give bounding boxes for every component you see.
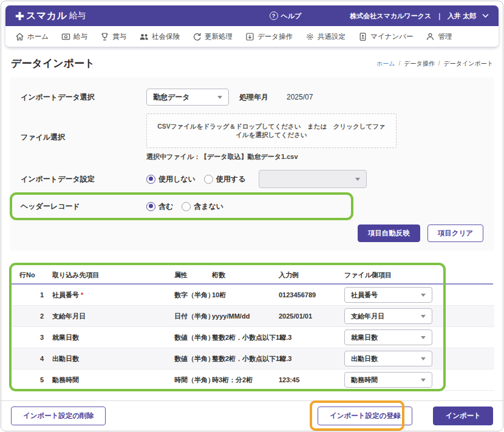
table-row: 4 出勤日数 数値（半角） 整数2桁．小数点以下1桁 12.3 出勤日数 [10,348,494,370]
help-button[interactable]: ? ヘルプ [270,12,302,21]
logo-text-sub: 給与 [69,10,86,21]
row-no: 4 [19,355,44,362]
row-attribute: 数値（半角） [174,333,212,342]
row-target-field: 支給年月日 [44,312,174,321]
nav-item-social-insurance[interactable]: 社会保険 [139,32,180,41]
user-menu[interactable]: 入井 太郎 [448,12,489,21]
breadcrumb-data-operation: データ操作 [404,59,434,68]
people-icon [139,32,149,41]
top-chrome: スマカル 給与 ? ヘルプ 株式会社スマカルワークス ｜ 入井 太郎 ホーム [5,5,499,47]
nav-item-admin[interactable]: 管理 [426,32,452,41]
nav-label: 管理 [438,32,452,41]
main-nav: ホーム 給与 賞与 社会保険 更新処理 データ操作 [5,26,499,47]
import-setting-row: インポートデータ設定 使用しない 使用する [21,169,483,189]
row-file-field-cell: 出勤日数 [344,351,432,366]
table-row: 2 支給年月日 日付（半角） yyyy/MM/dd 2025/01/01 支給年… [10,306,494,327]
person-icon [426,32,435,41]
row-no: 2 [19,312,44,320]
select-caret-icon [421,357,426,360]
row-target-field: 社員番号* [44,291,174,300]
help-icon: ? [270,12,278,20]
nav-item-mynumber[interactable]: マイナンバー [358,32,413,41]
file-field-select[interactable]: 社員番号 [344,287,432,303]
id-card-icon [358,32,367,41]
row-no: 3 [19,334,44,341]
import-form-panel: インポートデータ選択 勤怠データ 処理年月 2025/07 ファイル選択 CSV… [10,78,494,251]
nav-item-payroll[interactable]: 給与 [61,32,87,41]
field-name: 出勤日数 [52,355,79,362]
col-header-digits: 桁数 [212,271,279,280]
select-caret-icon [421,379,426,382]
header-record-row: ヘッダーレコード 含む 含まない [21,197,483,216]
row-file-field-cell: 支給年月日 [344,308,432,324]
app-window: スマカル 給与 ? ヘルプ 株式会社スマカルワークス ｜ 入井 太郎 ホーム [1,1,503,431]
chevron-down-icon [482,13,489,18]
col-header-row-no: 行No [19,271,44,280]
radio-label[interactable]: 含む [158,201,173,212]
row-example: 12.3 [279,334,344,341]
header-record-label: ヘッダーレコード [21,201,146,212]
file-field-select[interactable]: 支給年月日 [344,308,432,324]
row-example: 123:45 [279,376,344,383]
nav-item-update[interactable]: 更新処理 [192,32,233,41]
company-name: 株式会社スマカルワークス [350,12,431,21]
radio-unselected-icon[interactable] [204,175,213,184]
select-caret-icon [421,315,426,318]
breadcrumb-home-link[interactable]: ホーム [376,59,395,68]
col-header-target-field: 取り込み先項目 [44,271,174,280]
file-field-select[interactable]: 勤務時間 [344,372,432,388]
radio-option-include[interactable]: 含む [146,201,173,212]
footer-bar: インポート設定の削除 インポート設定の登録 インポート [1,400,503,431]
auto-reflect-button[interactable]: 項目自動反映 [358,224,420,242]
row-digits: 10桁 [212,291,279,300]
radio-option-exclude[interactable]: 含まない [182,201,223,212]
file-field-select[interactable]: 出勤日数 [344,351,432,366]
radio-label[interactable]: 使用する [216,174,246,184]
row-file-field-cell: 社員番号 [344,287,432,303]
row-file-field-cell: 勤務時間 [344,372,432,388]
row-target-field: 出勤日数 [44,354,174,363]
breadcrumb-separator: / [438,60,440,67]
row-attribute: 時間（半角） [174,376,212,385]
select-caret-icon [217,96,222,99]
file-select-row: ファイル選択 CSVファイルをドラッグ＆ドロップしてください または クリックし… [21,113,483,161]
import-data-select-value: 勤怠データ [153,92,190,103]
import-data-select-row: インポートデータ選択 勤怠データ 処理年月 2025/07 [21,87,483,107]
select-caret-icon [421,336,426,339]
clear-items-button[interactable]: 項目クリア [427,224,483,242]
register-import-setting-button[interactable]: インポート設定の登録 [318,407,412,425]
table-header-row: 行No 取り込み先項目 属性 桁数 入力例 ファイル側項目 [10,266,494,283]
field-name: 社員番号 [52,291,79,299]
import-data-select[interactable]: 勤怠データ [146,89,229,106]
radio-option-not-use[interactable]: 使用しない [146,174,196,184]
radio-selected-icon[interactable] [146,202,155,211]
nav-item-common-settings[interactable]: 共通設定 [305,32,346,41]
nav-item-bonus[interactable]: 賞与 [100,32,126,41]
csv-dropzone[interactable]: CSVファイルをドラッグ＆ドロップしてください または クリックしてファイルを選… [146,113,397,148]
file-field-select-value: 社員番号 [351,291,378,300]
radio-label[interactable]: 含まない [194,201,223,212]
row-target-field: 勤務時間 [44,376,174,385]
radio-selected-icon[interactable] [146,175,155,184]
row-example: 2025/01/01 [279,312,344,320]
breadcrumb-current-page: データインポート [444,59,493,68]
col-header-attribute: 属性 [174,271,212,280]
required-mark: * [81,291,83,299]
file-field-select[interactable]: 就業日数 [344,329,432,345]
delete-import-setting-button[interactable]: インポート設定の削除 [11,407,106,425]
nav-item-home[interactable]: ホーム [15,32,49,41]
row-attribute: 数値（半角） [174,354,212,363]
nav-item-data-operation[interactable]: データ操作 [245,32,293,41]
plus-logo-icon [15,12,24,21]
import-button[interactable]: インポート [433,407,493,425]
radio-option-use[interactable]: 使用する [204,174,246,184]
radio-label[interactable]: 使用しない [158,174,196,184]
table-row: 3 就業日数 数値（半角） 整数2桁．小数点以下1桁 12.3 就業日数 [10,327,494,348]
col-header-example: 入力例 [279,271,344,280]
app-logo: スマカル 給与 [15,10,86,22]
row-digits: yyyy/MM/dd [212,312,279,320]
nav-label: データ操作 [257,32,293,41]
user-name: 入井 太郎 [448,12,476,21]
radio-unselected-icon[interactable] [182,202,191,211]
breadcrumb: ホーム / データ操作 / データインポート [376,59,493,68]
